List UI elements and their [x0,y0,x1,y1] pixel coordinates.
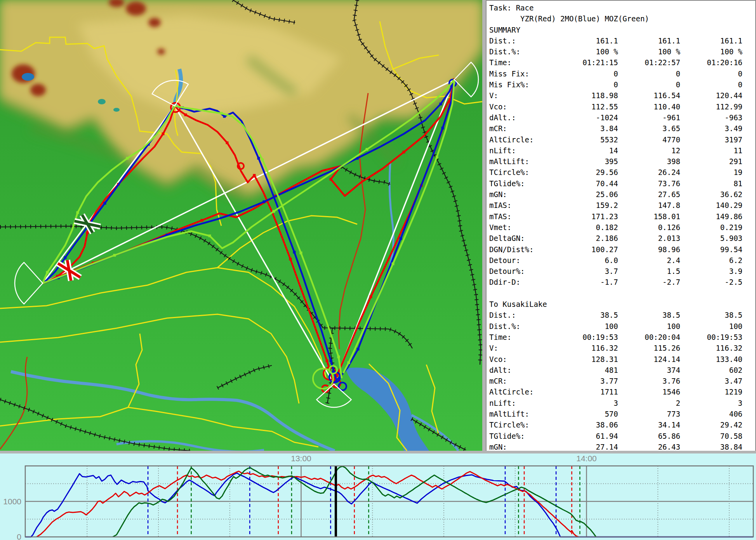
2MO-track-fix [257,157,260,160]
barograph-panel[interactable]: 13:0014:0010000 [0,453,756,540]
map-viewport[interactable] [0,0,482,451]
MOZ-track-fix [126,157,129,160]
YZR-track-fix [226,142,229,144]
YZR-track-fix [162,133,165,135]
YZR-track-fix [184,114,187,116]
2MO-track-fix [330,360,332,362]
MOZ-track-fix [445,89,447,92]
MOZ-track-fix [436,156,438,159]
MOZ-track-fix [46,271,49,274]
terrain-map[interactable] [0,0,482,451]
statistics-text: Task: Race YZR(Red) 2MO(Blue) MOZ(Green)… [489,2,742,452]
MOZ-track-fix [209,235,211,237]
baro-trace-2MO[interactable] [25,473,753,537]
altitude-tick-label: 1000 [3,497,21,506]
2MO-track-fix [223,115,226,118]
YZR-track-fix [289,258,292,261]
YZR-track-fix [330,178,332,181]
barograph-divider [0,451,756,453]
panel-divider [482,0,486,453]
MOZ-track-fix [220,112,223,115]
time-tick-label: 13:00 [291,454,311,463]
YZR-track-fix [370,296,372,298]
MOZ-track-fix [392,263,395,265]
YZR-track-fix [86,232,89,234]
MOZ-track-fix [273,210,275,213]
2MO-track-fix [104,202,106,205]
2MO-track-fix [400,237,402,240]
YZR-track-fix [403,151,405,154]
time-tick-label: 14:00 [576,454,597,463]
2MO-track-fix [263,201,266,203]
2MO-track-fix [293,251,296,254]
2MO-track-fix [440,103,442,106]
altitude-tick-label: 0 [17,532,21,540]
MOZ-track-fix [348,362,350,364]
2MO-track-fix [64,256,67,259]
MOZ-track-fix [113,254,116,257]
YZR-track-fix [326,360,328,362]
2MO-track-fix [357,348,360,351]
statistics-panel[interactable]: Task: Race YZR(Red) 2MO(Blue) MOZ(Green)… [486,0,756,452]
MOZ-track-fix [261,159,264,161]
YZR-track-fix [201,219,203,222]
MOZ-track-fix [76,211,79,214]
MOZ-track-fix [300,252,302,254]
app-window: Task: Race YZR(Red) 2MO(Blue) MOZ(Green)… [0,0,756,540]
2MO-track-fix [441,127,444,130]
MOZ-track-fix [337,356,340,358]
YZR-track-fix [253,174,256,177]
MOZ-track-fix [366,148,368,151]
barograph-chart[interactable]: 13:0014:0010000 [0,453,756,540]
